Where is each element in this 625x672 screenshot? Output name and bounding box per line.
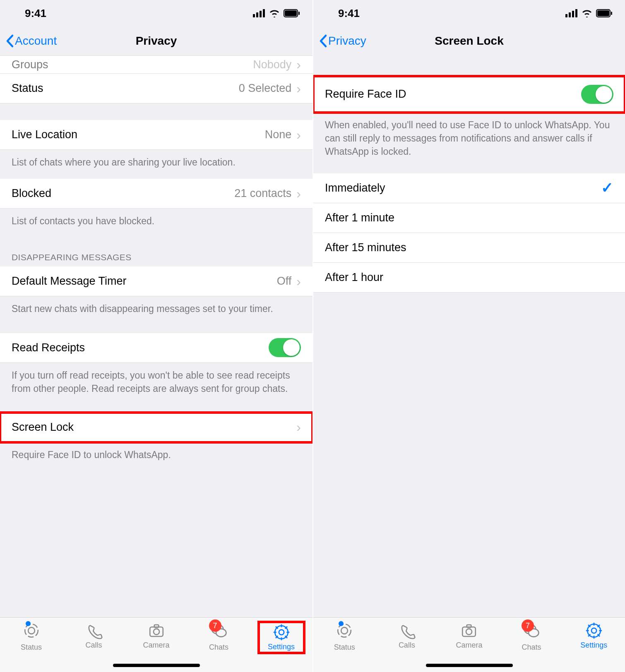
- tab-label: Status: [334, 643, 355, 652]
- svg-point-31: [338, 624, 351, 637]
- footer-screen-lock: Require Face ID to unlock WhatsApp.: [0, 442, 312, 471]
- row-value: None›: [265, 128, 301, 142]
- footer-faceid: When enabled, you'll need to use Face ID…: [313, 113, 625, 168]
- row-label: Read Receipts: [12, 341, 85, 354]
- svg-rect-1: [256, 12, 258, 17]
- status-time: 9:41: [25, 7, 46, 20]
- option-immediately[interactable]: Immediately ✓: [313, 173, 625, 203]
- back-button[interactable]: Privacy: [318, 34, 366, 48]
- tab-calls[interactable]: Calls: [384, 622, 430, 650]
- row-value: 0 Selected›: [239, 82, 301, 95]
- footer-timer: Start new chats with disappearing messag…: [0, 296, 312, 325]
- battery-icon: [284, 9, 300, 17]
- option-label: Immediately: [325, 182, 385, 194]
- tab-status[interactable]: Status: [322, 622, 367, 652]
- svg-rect-3: [263, 9, 265, 17]
- row-status[interactable]: Status 0 Selected›: [0, 74, 312, 103]
- footer-live-location: List of chats where you are sharing your…: [0, 150, 312, 179]
- home-indicator[interactable]: [113, 664, 200, 667]
- tab-calls[interactable]: Calls: [71, 622, 117, 650]
- svg-rect-35: [467, 625, 471, 627]
- back-button[interactable]: Account: [5, 34, 57, 48]
- option-1hour[interactable]: After 1 hour: [313, 263, 625, 293]
- svg-rect-0: [253, 14, 255, 17]
- row-read-receipts[interactable]: Read Receipts: [0, 333, 312, 363]
- row-value: Off›: [277, 275, 301, 288]
- page-title: Privacy: [136, 34, 177, 48]
- checkmark-icon: ✓: [601, 179, 613, 197]
- tab-settings[interactable]: Settings: [571, 622, 617, 650]
- back-label: Account: [15, 34, 57, 48]
- tab-label: Status: [21, 643, 42, 652]
- nav-header: Account Privacy: [0, 26, 312, 55]
- chats-badge: 7: [209, 619, 221, 632]
- row-label: Screen Lock: [12, 421, 74, 434]
- cellular-icon: [565, 9, 578, 17]
- tab-chats[interactable]: 7 Chats: [509, 622, 554, 652]
- row-groups[interactable]: Groups Nobody›: [0, 55, 312, 74]
- privacy-screen: 9:41 Account Privacy Groups Nobody› Stat…: [0, 0, 312, 672]
- row-blocked[interactable]: Blocked 21 contacts›: [0, 179, 312, 209]
- chats-badge: 7: [522, 619, 534, 632]
- section-disappearing: Disappearing Messages: [0, 238, 312, 266]
- faceid-toggle[interactable]: [581, 85, 613, 104]
- read-receipts-toggle[interactable]: [269, 338, 301, 357]
- chevron-right-icon: ›: [296, 275, 301, 288]
- svg-rect-30: [611, 12, 612, 15]
- wifi-icon: [581, 9, 593, 17]
- option-label: After 15 minutes: [325, 241, 406, 254]
- svg-rect-25: [569, 12, 571, 17]
- status-icons: [565, 9, 613, 17]
- option-1min[interactable]: After 1 minute: [313, 203, 625, 233]
- svg-rect-29: [597, 10, 609, 16]
- back-label: Privacy: [328, 34, 366, 48]
- svg-point-8: [28, 627, 35, 634]
- content: Require Face ID When enabled, you'll nee…: [313, 55, 625, 617]
- svg-point-10: [154, 629, 159, 635]
- tab-status[interactable]: Status: [9, 622, 54, 652]
- nav-header: Privacy Screen Lock: [313, 26, 625, 55]
- svg-point-39: [591, 628, 596, 633]
- tab-bar: Status Calls Camera 7 Chats Settings: [0, 617, 312, 672]
- tab-settings[interactable]: Settings: [259, 622, 304, 653]
- tab-label: Settings: [268, 643, 295, 651]
- row-value: Nobody›: [253, 58, 301, 71]
- tab-camera[interactable]: Camera: [446, 622, 492, 650]
- row-value: 21 contacts›: [234, 187, 301, 200]
- svg-point-34: [466, 629, 472, 635]
- chevron-right-icon: ›: [296, 187, 301, 200]
- svg-rect-24: [565, 14, 567, 17]
- content: Groups Nobody› Status 0 Selected› Live L…: [0, 55, 312, 617]
- row-screen-lock[interactable]: Screen Lock ›: [0, 413, 312, 442]
- row-label: Default Message Timer: [12, 275, 127, 288]
- page-title: Screen Lock: [435, 34, 504, 48]
- svg-point-32: [341, 627, 348, 634]
- status-bar: 9:41: [0, 0, 312, 26]
- svg-rect-6: [298, 12, 300, 15]
- home-indicator[interactable]: [426, 664, 513, 667]
- row-live-location[interactable]: Live Location None›: [0, 120, 312, 150]
- row-label: Blocked: [12, 187, 51, 200]
- option-15min[interactable]: After 15 minutes: [313, 233, 625, 263]
- row-label: Groups: [12, 58, 48, 71]
- svg-rect-26: [572, 11, 574, 17]
- status-dot-icon: [26, 621, 31, 626]
- footer-read-receipts: If you turn off read receipts, you won't…: [0, 363, 312, 405]
- tab-label: Settings: [580, 641, 607, 650]
- svg-rect-11: [154, 625, 159, 627]
- row-label: Live Location: [12, 128, 77, 141]
- screen-lock-screen: 9:41 Privacy Screen Lock Require Face ID…: [312, 0, 625, 672]
- wifi-icon: [269, 9, 280, 17]
- battery-icon: [596, 9, 613, 17]
- footer-blocked: List of contacts you have blocked.: [0, 209, 312, 238]
- option-label: After 1 minute: [325, 211, 394, 224]
- row-default-timer[interactable]: Default Message Timer Off›: [0, 266, 312, 296]
- tab-bar: Status Calls Camera 7 Chats Settings: [313, 617, 625, 672]
- tab-camera[interactable]: Camera: [134, 622, 179, 650]
- cellular-icon: [253, 9, 265, 17]
- tab-label: Chats: [522, 643, 541, 652]
- tab-chats[interactable]: 7 Chats: [196, 622, 242, 652]
- row-require-faceid[interactable]: Require Face ID: [313, 76, 625, 113]
- status-icons: [253, 9, 300, 17]
- chevron-right-icon: ›: [296, 128, 301, 142]
